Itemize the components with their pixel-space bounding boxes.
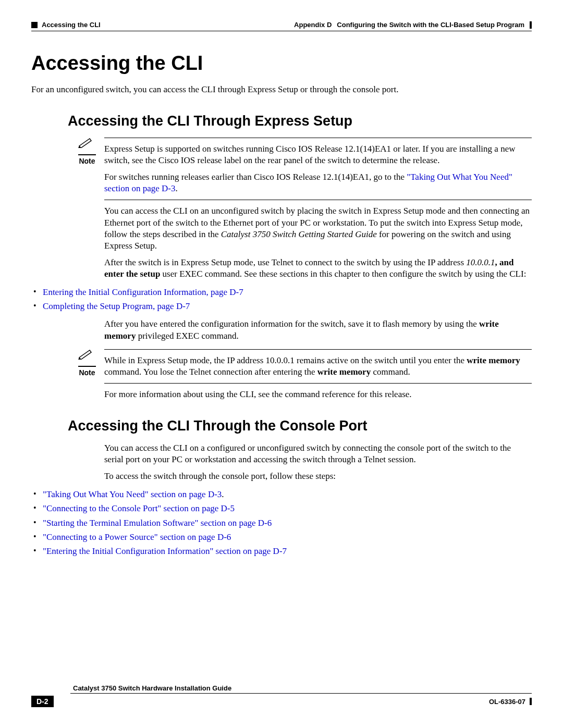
page-title: Accessing the CLI: [31, 52, 532, 75]
note-block-1: Note Express Setup is supported on switc…: [104, 138, 532, 200]
note1-text: Express Setup is supported on switches r…: [104, 143, 532, 166]
para-express-3: After you have entered the configuration…: [104, 318, 532, 341]
page-number: D-2: [31, 696, 54, 707]
p2c: user EXEC command. See these sections in…: [160, 269, 526, 279]
bullet2a-dot: .: [222, 489, 224, 499]
p3a: After you have entered the configuration…: [104, 319, 479, 329]
header-marker-icon: [31, 22, 38, 28]
header-section-title: Accessing the CLI: [42, 21, 101, 29]
n2c: command.: [371, 367, 410, 377]
p2a: After the switch is in Express Setup mod…: [104, 257, 466, 267]
link-terminal-emulation[interactable]: "Starting the Terminal Emulation Softwar…: [43, 518, 272, 528]
n2cmd1: write memory: [467, 355, 520, 365]
n2a: While in Express Setup mode, the IP addr…: [104, 355, 467, 365]
bullet2e: "Entering the Initial Configuration Info…: [31, 544, 532, 558]
section-heading-express: Accessing the CLI Through Express Setup: [68, 113, 532, 129]
bullet1b: Completing the Setup Program, page D-7: [31, 299, 532, 313]
link-taking-out-2[interactable]: "Taking Out What You Need" section on pa…: [43, 489, 222, 499]
footer-end-bar-icon: [530, 698, 532, 705]
note-icon-2: Note: [78, 348, 96, 377]
p3b: privileged EXEC command.: [136, 331, 238, 341]
bullet2c: "Starting the Terminal Emulation Softwar…: [31, 516, 532, 530]
bullet2a: "Taking Out What You Need" section on pa…: [31, 487, 532, 501]
header-rule: [31, 31, 532, 31]
bullet2d: "Connecting to a Power Source" section o…: [31, 530, 532, 544]
link-initial-config[interactable]: "Entering the Initial Configuration Info…: [43, 546, 287, 556]
note1-text2: For switches running releases earlier th…: [104, 171, 532, 194]
note-block-2: Note While in Express Setup mode, the IP…: [104, 349, 532, 384]
link-console-port[interactable]: "Connecting to the Console Port" section…: [43, 503, 235, 513]
running-header: Accessing the CLI Appendix D Configuring…: [31, 21, 532, 29]
note-label: Note: [78, 157, 96, 165]
link-power-source[interactable]: "Connecting to a Power Source" section o…: [43, 532, 231, 542]
page-container: Accessing the CLI Appendix D Configuring…: [0, 0, 563, 582]
p2-ip: 10.0.0.1: [466, 257, 495, 267]
para-express-2: After the switch is in Express Setup mod…: [104, 257, 532, 280]
header-end-bar-icon: [530, 21, 532, 29]
note-label-2: Note: [78, 368, 96, 377]
footer-book-title: Catalyst 3750 Switch Hardware Installati…: [73, 684, 532, 692]
para-more-info: For more information about using the CLI…: [104, 389, 532, 400]
note1-text2-pre: For switches running releases earlier th…: [104, 172, 407, 182]
bullet2b: "Connecting to the Console Port" section…: [31, 501, 532, 515]
page-footer: Catalyst 3750 Switch Hardware Installati…: [31, 684, 532, 707]
footer-doc-id: OL-6336-07: [489, 698, 525, 706]
para-console-1: You can access the CLI on a configured o…: [104, 442, 532, 465]
para-console-2: To access the switch through the console…: [104, 471, 532, 482]
n2b: command. You lose the Telnet connection …: [104, 367, 317, 377]
note2-text: While in Express Setup mode, the IP addr…: [104, 355, 532, 378]
bullet-list-2: "Taking Out What You Need" section on pa…: [31, 487, 532, 558]
bullet-list-1: Entering the Initial Configuration Infor…: [31, 285, 532, 313]
p1-italic: Catalyst 3750 Switch Getting Started Gui…: [221, 229, 377, 239]
note-icon: Note: [78, 137, 96, 165]
header-appendix: Appendix D: [294, 21, 332, 29]
link-completing-setup[interactable]: Completing the Setup Program, page D-7: [43, 301, 190, 311]
header-title: Configuring the Switch with the CLI-Base…: [337, 21, 524, 29]
para-express-1: You can access the CLI on an unconfigure…: [104, 205, 532, 251]
bullet1a: Entering the Initial Configuration Infor…: [31, 285, 532, 299]
p2-cmd: setup: [140, 269, 161, 279]
n2cmd2: write memory: [317, 367, 371, 377]
note1-text2-post: .: [175, 183, 177, 193]
intro-text: For an unconfigured switch, you can acce…: [31, 84, 532, 95]
link-entering-initial[interactable]: Entering the Initial Configuration Infor…: [43, 287, 243, 297]
section-heading-console: Accessing the CLI Through the Console Po…: [68, 418, 532, 434]
